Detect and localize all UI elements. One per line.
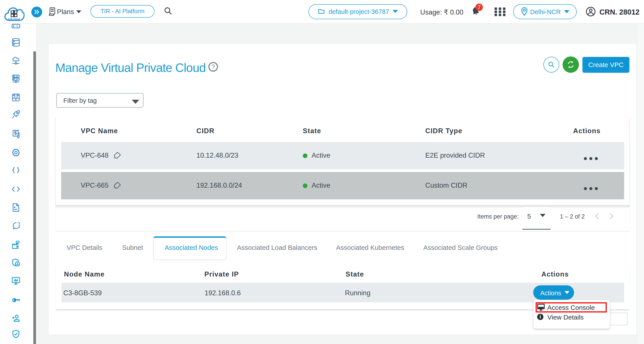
svg-text:E2E Cloud: E2E Cloud [8,18,20,20]
svg-text:?: ? [212,63,215,70]
